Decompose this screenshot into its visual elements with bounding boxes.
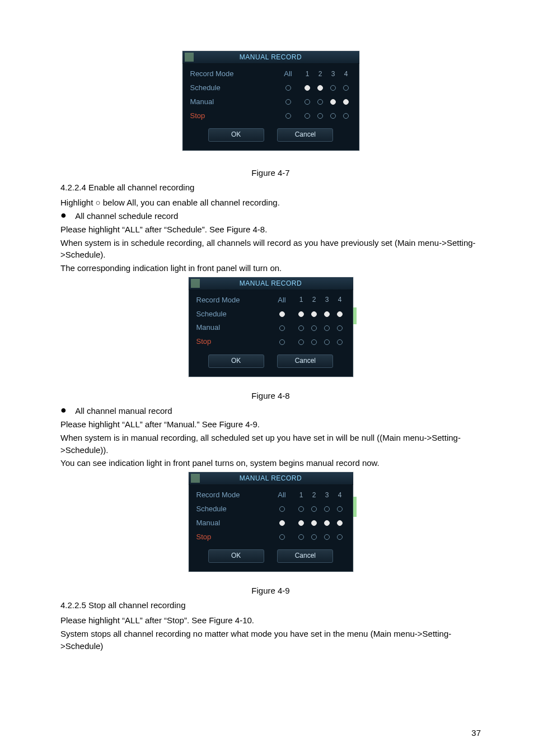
cancel-button[interactable]: Cancel xyxy=(277,128,333,141)
schedule-all-radio[interactable] xyxy=(285,85,291,91)
page-number: 37 xyxy=(471,727,481,739)
bullet-text: All channel manual record xyxy=(75,405,172,417)
stop-row-label: Stop xyxy=(189,109,277,123)
body-text: Highlight ○ below All, you can enable al… xyxy=(60,197,481,209)
schedule-all-radio[interactable] xyxy=(279,311,285,317)
stop-ch4-radio[interactable] xyxy=(337,339,343,345)
schedule-ch4-radio[interactable] xyxy=(343,85,349,91)
figure-caption: Figure 4-7 xyxy=(60,167,481,179)
manual-row-label: Manual xyxy=(195,321,270,335)
manual-ch1-radio[interactable] xyxy=(298,520,304,526)
schedule-all-radio[interactable] xyxy=(279,506,285,512)
body-text: You can see indication light in front pa… xyxy=(60,457,481,469)
manual-record-dialog-fig8: MANUAL RECORD Record Mode All 1 2 3 4 Sc… xyxy=(188,277,354,377)
stop-ch4-radio[interactable] xyxy=(337,534,343,540)
cancel-button[interactable]: Cancel xyxy=(277,354,333,367)
dialog-icon xyxy=(185,53,194,62)
ch-header-3: 3 xyxy=(321,488,334,502)
stop-ch2-radio[interactable] xyxy=(311,534,317,540)
manual-ch2-radio[interactable] xyxy=(311,325,317,331)
schedule-row-label: Schedule xyxy=(195,307,270,321)
stop-ch2-radio[interactable] xyxy=(311,339,317,345)
schedule-ch2-radio[interactable] xyxy=(317,85,323,91)
manual-all-radio[interactable] xyxy=(279,325,285,331)
stop-ch1-radio[interactable] xyxy=(298,339,304,345)
bullet-icon: ● xyxy=(60,405,73,415)
ch-header-2: 2 xyxy=(308,488,321,502)
ch-header-1: 1 xyxy=(295,488,308,502)
record-mode-label: Record Mode xyxy=(195,293,270,307)
ok-button[interactable]: OK xyxy=(208,354,264,367)
stop-ch3-radio[interactable] xyxy=(330,113,336,119)
all-column-header: All xyxy=(277,67,301,81)
ok-button[interactable]: OK xyxy=(208,128,264,141)
section-4225-title: 4.2.2.5 Stop all channel recording xyxy=(60,599,481,612)
schedule-row-label: Schedule xyxy=(189,81,277,95)
dialog-title: MANUAL RECORD xyxy=(189,277,353,290)
ch-header-1: 1 xyxy=(295,293,308,307)
manual-all-radio[interactable] xyxy=(279,520,285,526)
body-text: Please highlight “ALL” after “Manual.” S… xyxy=(60,418,481,431)
ok-button[interactable]: OK xyxy=(208,549,264,562)
stop-row-label: Stop xyxy=(195,335,270,349)
body-text: When system is in schedule recording, al… xyxy=(60,237,481,262)
figure-caption: Figure 4-8 xyxy=(60,390,481,402)
dialog-title-text: MANUAL RECORD xyxy=(240,53,302,61)
manual-row-label: Manual xyxy=(195,516,270,530)
all-column-header: All xyxy=(270,488,295,502)
manual-all-radio[interactable] xyxy=(285,99,291,105)
dialog-icon xyxy=(191,279,200,288)
stop-ch3-radio[interactable] xyxy=(324,339,330,345)
manual-row-label: Manual xyxy=(189,95,277,109)
schedule-ch4-radio[interactable] xyxy=(337,506,343,512)
bullet-icon: ● xyxy=(60,210,73,220)
all-column-header: All xyxy=(270,293,295,307)
manual-ch4-radio[interactable] xyxy=(337,520,343,526)
stop-ch1-radio[interactable] xyxy=(298,534,304,540)
schedule-ch1-radio[interactable] xyxy=(298,506,304,512)
ch-header-4: 4 xyxy=(340,67,353,81)
schedule-ch4-radio[interactable] xyxy=(337,311,343,317)
body-text: When system is in manual recording, all … xyxy=(60,432,481,456)
stop-ch1-radio[interactable] xyxy=(305,113,310,119)
manual-ch1-radio[interactable] xyxy=(305,99,310,105)
schedule-ch2-radio[interactable] xyxy=(311,311,317,317)
manual-ch2-radio[interactable] xyxy=(311,520,317,526)
dialog-title-text: MANUAL RECORD xyxy=(240,474,302,482)
schedule-ch3-radio[interactable] xyxy=(330,85,336,91)
ch-header-4: 4 xyxy=(334,293,346,307)
manual-ch3-radio[interactable] xyxy=(330,99,336,105)
ch-header-4: 4 xyxy=(334,488,346,502)
manual-ch3-radio[interactable] xyxy=(324,520,330,526)
ch-header-3: 3 xyxy=(321,293,334,307)
body-text: Please highlight “ALL” after “Stop”. See… xyxy=(60,614,481,627)
manual-ch1-radio[interactable] xyxy=(298,325,304,331)
stop-ch2-radio[interactable] xyxy=(317,113,323,119)
bullet-text: All channel schedule record xyxy=(75,210,178,222)
manual-ch4-radio[interactable] xyxy=(337,325,343,331)
manual-ch2-radio[interactable] xyxy=(317,99,323,105)
edge-marker xyxy=(353,497,357,517)
manual-ch4-radio[interactable] xyxy=(343,99,349,105)
stop-all-radio[interactable] xyxy=(285,113,291,119)
record-mode-label: Record Mode xyxy=(189,67,277,81)
stop-all-radio[interactable] xyxy=(279,534,285,540)
dialog-title: MANUAL RECORD xyxy=(182,51,359,64)
section-4224-title: 4.2.2.4 Enable all channel recording xyxy=(60,181,481,194)
ch-header-2: 2 xyxy=(308,293,321,307)
body-text: The corresponding indication light in fr… xyxy=(60,262,481,274)
schedule-ch1-radio[interactable] xyxy=(305,85,310,91)
schedule-ch1-radio[interactable] xyxy=(298,311,304,317)
schedule-ch3-radio[interactable] xyxy=(324,506,330,512)
stop-ch4-radio[interactable] xyxy=(343,113,349,119)
record-mode-label: Record Mode xyxy=(195,488,270,502)
stop-ch3-radio[interactable] xyxy=(324,534,330,540)
schedule-ch3-radio[interactable] xyxy=(324,311,330,317)
ch-header-1: 1 xyxy=(301,67,314,81)
ch-header-3: 3 xyxy=(327,67,340,81)
schedule-ch2-radio[interactable] xyxy=(311,506,317,512)
cancel-button[interactable]: Cancel xyxy=(277,549,333,562)
dialog-title: MANUAL RECORD xyxy=(189,472,353,485)
stop-all-radio[interactable] xyxy=(279,339,285,345)
manual-ch3-radio[interactable] xyxy=(324,325,330,331)
